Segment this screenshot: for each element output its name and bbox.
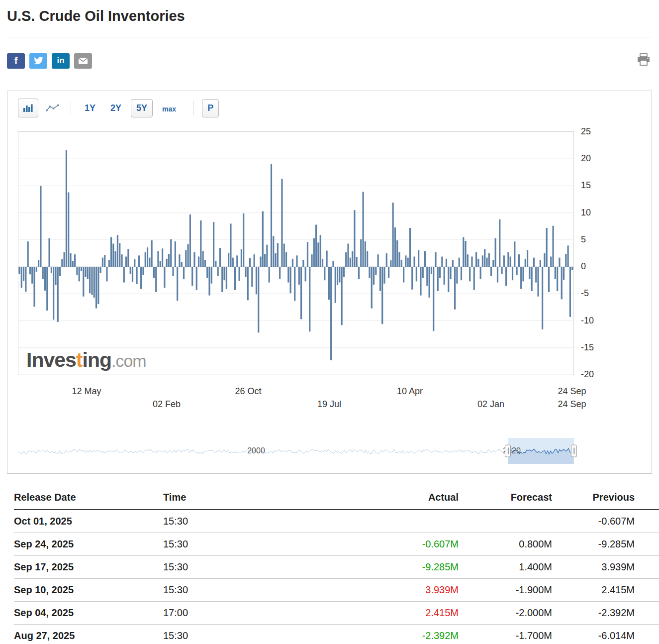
- table-row: Sep 10, 2025 15:30 3.939M -1.900M 2.415M: [14, 579, 659, 602]
- actual-value: -9.285M: [297, 556, 459, 579]
- release-date: Aug 27, 2025: [14, 625, 163, 644]
- x-axis-label: 02 Feb: [153, 399, 181, 410]
- x-axis-label: 19 Jul: [317, 399, 341, 410]
- page-title: U.S. Crude Oil Inventories: [7, 8, 652, 24]
- range-button-1y[interactable]: 1Y: [79, 99, 101, 117]
- forecast-value: -1.900M: [459, 579, 552, 602]
- release-date: Sep 17, 2025: [14, 556, 163, 579]
- table-header-row: Release Date Time Actual Forecast Previo…: [14, 487, 659, 510]
- main-chart-plot[interactable]: Investing.com: [18, 131, 574, 375]
- y-axis-label: -5: [581, 288, 589, 299]
- release-time: 15:30: [163, 579, 297, 602]
- y-axis: 2520151050-5-10-15-20: [579, 131, 605, 375]
- navigator-handle-right[interactable]: [571, 445, 577, 457]
- table-row: Sep 24, 2025 15:30 -0.607M 0.800M -9.285…: [14, 533, 659, 556]
- linkedin-share-button[interactable]: in: [52, 53, 70, 69]
- period-button[interactable]: P: [202, 99, 219, 117]
- forecast-value: 1.400M: [459, 556, 552, 579]
- print-button[interactable]: [637, 53, 651, 68]
- watermark-text: .com: [111, 351, 146, 370]
- release-date: Sep 10, 2025: [14, 579, 163, 602]
- header-previous: Previous: [552, 487, 659, 510]
- y-axis-label: 20: [581, 153, 591, 164]
- facebook-icon: f: [14, 55, 18, 67]
- chart-panel: 1Y 2Y 5Y max P Investing.com 2520151050-…: [7, 91, 652, 474]
- previous-value: -9.285M: [552, 533, 659, 556]
- printer-icon: [637, 53, 651, 66]
- y-axis-label: -10: [581, 315, 594, 325]
- previous-value: 3.939M: [552, 556, 659, 579]
- watermark-text: ing: [83, 348, 111, 371]
- y-axis-label: 5: [581, 234, 586, 244]
- actual-value: [297, 510, 459, 533]
- y-axis-label: 15: [581, 180, 591, 191]
- x-axis: 12 May02 Feb26 Oct19 Jul10 Apr02 Jan24 S…: [18, 378, 574, 408]
- email-icon: [78, 57, 88, 65]
- releases-table: Release Date Time Actual Forecast Previo…: [14, 487, 659, 644]
- actual-value: -0.607M: [297, 533, 459, 556]
- title-divider: [7, 37, 652, 37]
- twitter-bird-icon: [34, 57, 43, 65]
- y-axis-label: 10: [581, 207, 591, 217]
- forecast-value: -2.000M: [459, 602, 552, 625]
- inventory-bar-chart: [18, 132, 573, 375]
- toolbar-separator: [193, 101, 194, 115]
- bar-chart-type-button[interactable]: [18, 99, 38, 117]
- table-row: Sep 04, 2025 17:00 2.415M -2.000M -2.392…: [14, 602, 659, 625]
- share-row: f in: [7, 53, 652, 69]
- release-time: 15:30: [163, 625, 297, 644]
- twitter-share-button[interactable]: [29, 53, 47, 69]
- y-axis-label: 0: [581, 261, 586, 272]
- actual-value: 3.939M: [297, 579, 459, 602]
- x-axis-label: 26 Oct: [235, 386, 261, 397]
- line-chart-type-button[interactable]: [42, 99, 63, 117]
- actual-value: -2.392M: [297, 625, 459, 644]
- actual-value: 2.415M: [297, 602, 459, 625]
- chart-toolbar: 1Y 2Y 5Y max P: [7, 91, 652, 117]
- range-button-5y[interactable]: 5Y: [131, 99, 153, 117]
- y-axis-label: -20: [581, 369, 594, 380]
- release-time: 15:30: [163, 533, 297, 556]
- y-axis-label: -15: [581, 342, 594, 352]
- navigator-year-label: 2000: [247, 446, 265, 455]
- forecast-value: 0.800M: [459, 533, 552, 556]
- navigator-handle-left[interactable]: [505, 445, 511, 457]
- table-row: Oct 01, 2025 15:30 -0.607M: [14, 510, 659, 533]
- navigator-sparkline: [18, 438, 574, 464]
- x-axis-label: 24 Sep: [558, 386, 586, 397]
- release-date: Sep 04, 2025: [14, 602, 163, 625]
- range-button-2y[interactable]: 2Y: [105, 99, 127, 117]
- header-forecast: Forecast: [459, 487, 552, 510]
- previous-value: -2.392M: [552, 602, 659, 625]
- x-axis-label: 24 Sep: [558, 399, 586, 410]
- investing-watermark: Investing.com: [26, 348, 146, 372]
- forecast-value: [459, 510, 552, 533]
- line-chart-icon: [46, 104, 59, 112]
- table-row: Sep 17, 2025 15:30 -9.285M 1.400M 3.939M: [14, 556, 659, 579]
- table-row: Aug 27, 2025 15:30 -2.392M -1.700M -6.01…: [14, 625, 659, 644]
- release-time: 15:30: [163, 556, 297, 579]
- chart-navigator[interactable]: 2000 2020: [18, 438, 574, 464]
- header-release-date: Release Date: [14, 487, 163, 510]
- toolbar-separator: [71, 101, 71, 115]
- linkedin-icon: in: [57, 56, 64, 66]
- y-axis-label: 25: [581, 126, 591, 137]
- header-time: Time: [163, 487, 297, 510]
- release-time: 15:30: [163, 510, 297, 533]
- page: U.S. Crude Oil Inventories f in 1Y 2Y 5Y…: [0, 8, 659, 644]
- forecast-value: -1.700M: [459, 625, 552, 644]
- previous-value: -6.014M: [552, 625, 659, 644]
- previous-value: 2.415M: [552, 579, 659, 602]
- range-button-max[interactable]: max: [157, 100, 182, 117]
- x-axis-label: 02 Jan: [477, 399, 504, 410]
- x-axis-label: 12 May: [72, 386, 101, 397]
- previous-value: -0.607M: [552, 510, 659, 533]
- chart-body: Investing.com 2520151050-5-10-15-20 12 M…: [18, 117, 652, 409]
- release-time: 17:00: [163, 602, 297, 625]
- watermark-text: t: [76, 348, 83, 371]
- watermark-text: Inves: [26, 348, 76, 371]
- email-share-button[interactable]: [74, 53, 92, 69]
- x-axis-label: 10 Apr: [397, 386, 423, 397]
- facebook-share-button[interactable]: f: [7, 53, 25, 69]
- release-date: Sep 24, 2025: [14, 533, 163, 556]
